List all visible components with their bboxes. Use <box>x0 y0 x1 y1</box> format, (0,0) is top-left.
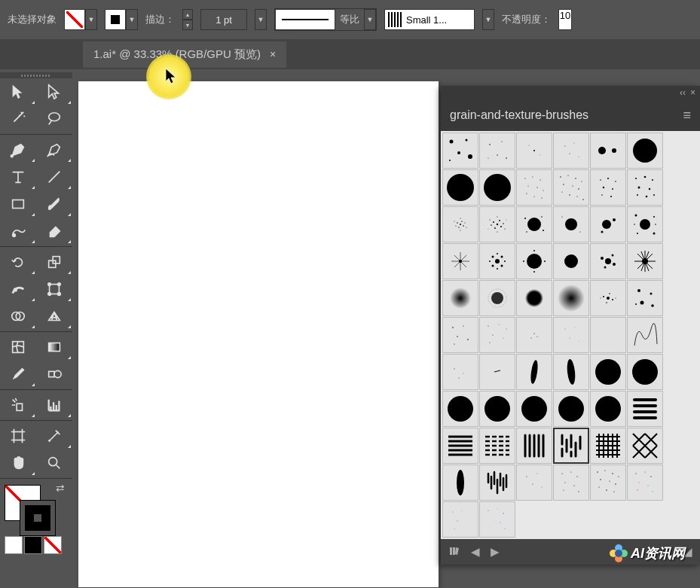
toolbar-grip[interactable] <box>0 72 72 78</box>
brush-item[interactable] <box>590 354 626 390</box>
panel-collapse-icon[interactable]: ‹‹ <box>680 87 686 98</box>
brush-item[interactable] <box>442 243 478 279</box>
stroke-swatch[interactable] <box>105 9 126 30</box>
brush-item[interactable] <box>590 317 626 353</box>
free-transform-tool[interactable] <box>36 276 72 303</box>
rotate-tool[interactable] <box>0 248 36 276</box>
selection-tool[interactable] <box>0 78 36 105</box>
brush-item[interactable] <box>553 243 589 279</box>
artboard[interactable] <box>78 81 439 587</box>
brush-item[interactable] <box>479 354 515 390</box>
brush-item[interactable] <box>516 354 552 390</box>
stroke-weight-input[interactable] <box>200 9 247 30</box>
brush-item[interactable] <box>553 280 589 316</box>
eraser-tool[interactable] <box>36 218 72 245</box>
blend-tool[interactable] <box>36 361 72 388</box>
mesh-tool[interactable] <box>0 334 36 361</box>
brush-dropdown[interactable]: ▼ <box>482 9 494 30</box>
brush-item[interactable] <box>553 169 589 206</box>
perspective-grid-tool[interactable] <box>36 303 72 330</box>
panel-title[interactable]: grain-and-texture-brushes <box>450 108 588 122</box>
opacity-input[interactable]: 10 <box>558 9 572 30</box>
brush-item[interactable] <box>553 206 589 242</box>
brush-item[interactable] <box>627 133 663 169</box>
brush-item[interactable] <box>516 243 552 279</box>
brush-item[interactable] <box>479 465 515 501</box>
brush-item[interactable] <box>627 465 663 501</box>
fill-stroke-control[interactable]: ⇄ <box>0 480 72 533</box>
brush-item[interactable] <box>516 133 552 169</box>
next-library-icon[interactable]: ▶ <box>491 545 500 559</box>
profile-dropdown[interactable]: ▼ <box>364 9 376 30</box>
eyedropper-tool[interactable] <box>0 361 36 388</box>
zoom-tool[interactable] <box>36 449 72 477</box>
color-mode-gradient[interactable] <box>24 536 42 554</box>
brush-item[interactable] <box>516 428 552 464</box>
brush-item[interactable] <box>553 317 589 353</box>
brush-item[interactable] <box>627 169 663 206</box>
brush-definition[interactable]: Small 1... <box>384 9 475 30</box>
brush-item[interactable] <box>590 465 626 501</box>
scale-tool[interactable] <box>36 248 72 276</box>
brush-item[interactable] <box>442 354 478 390</box>
brush-item[interactable] <box>479 206 515 242</box>
prev-library-icon[interactable]: ◀ <box>471 545 480 559</box>
stroke-dropdown[interactable]: ▼ <box>126 9 138 30</box>
brush-item[interactable] <box>516 465 552 501</box>
color-mode-none[interactable] <box>44 536 62 554</box>
column-graph-tool[interactable] <box>36 391 72 419</box>
stroke-color-swatch[interactable] <box>20 500 56 536</box>
brush-item[interactable] <box>479 280 515 316</box>
brush-item[interactable] <box>479 133 515 169</box>
swap-fill-stroke-icon[interactable]: ⇄ <box>56 482 65 494</box>
brush-item[interactable] <box>479 243 515 279</box>
brush-item[interactable] <box>516 206 552 242</box>
pen-tool[interactable] <box>0 136 36 163</box>
brush-item[interactable] <box>627 428 663 464</box>
brush-item[interactable] <box>442 465 478 501</box>
width-tool[interactable] <box>0 276 36 303</box>
stroke-down-icon[interactable]: ▼ <box>182 20 193 30</box>
brush-item[interactable] <box>590 133 626 169</box>
stroke-stepper[interactable]: ▲ ▼ <box>182 9 193 30</box>
brush-item[interactable] <box>590 428 626 464</box>
artboard-tool[interactable] <box>0 422 36 449</box>
brush-item[interactable] <box>627 354 663 390</box>
curvature-tool[interactable] <box>36 136 72 163</box>
library-menu-icon[interactable] <box>448 545 460 559</box>
brush-item[interactable] <box>479 428 515 464</box>
brush-item[interactable] <box>553 428 589 464</box>
brush-item[interactable] <box>590 280 626 316</box>
brush-item[interactable] <box>590 169 626 206</box>
brush-item[interactable] <box>627 243 663 279</box>
brush-item[interactable] <box>590 206 626 242</box>
brush-item[interactable] <box>516 169 552 206</box>
brush-item[interactable] <box>590 391 626 427</box>
color-mode-color[interactable] <box>5 536 23 554</box>
slice-tool[interactable] <box>36 422 72 449</box>
brush-item[interactable] <box>627 206 663 242</box>
direct-selection-tool[interactable] <box>36 78 72 105</box>
brush-item[interactable] <box>553 133 589 169</box>
panel-close-icon[interactable]: × <box>690 87 695 98</box>
rectangle-tool[interactable] <box>0 190 36 218</box>
brush-item[interactable] <box>627 391 663 427</box>
gradient-tool[interactable] <box>36 334 72 361</box>
symbol-sprayer-tool[interactable] <box>0 391 36 419</box>
brush-item[interactable] <box>442 317 478 353</box>
brush-item[interactable] <box>590 243 626 279</box>
stroke-up-icon[interactable]: ▲ <box>182 9 193 20</box>
shape-builder-tool[interactable] <box>0 303 36 330</box>
shaper-tool[interactable] <box>0 218 36 245</box>
brush-item[interactable] <box>442 280 478 316</box>
brush-item[interactable] <box>516 317 552 353</box>
brush-item[interactable] <box>553 465 589 501</box>
magic-wand-tool[interactable] <box>0 105 36 133</box>
hand-tool[interactable] <box>0 449 36 477</box>
brush-item[interactable] <box>479 391 515 427</box>
brush-item[interactable] <box>553 354 589 390</box>
width-profile-preview[interactable] <box>275 9 335 30</box>
brush-item[interactable]: /**/ <box>442 206 478 242</box>
brush-item[interactable] <box>516 391 552 427</box>
stroke-weight-dropdown[interactable]: ▼ <box>255 9 267 30</box>
